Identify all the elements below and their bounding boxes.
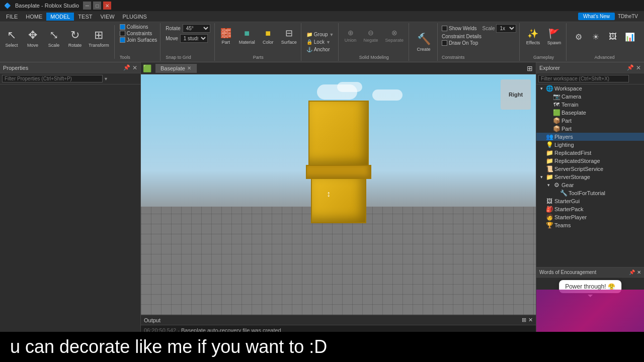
tree-item-part2[interactable]: 📦 Part bbox=[536, 125, 644, 133]
tree-arrow-gear[interactable]: ▾ bbox=[545, 183, 551, 188]
tree-item-workspace[interactable]: ▾ 🌐 Workspace bbox=[536, 84, 644, 93]
group-button[interactable]: 📁Group ▼ bbox=[304, 31, 336, 38]
minimize-button[interactable]: ─ bbox=[83, 2, 91, 10]
character-model bbox=[306, 101, 371, 223]
whats-new-button[interactable]: What's New bbox=[578, 13, 615, 20]
tree-item-lighting[interactable]: 💡 Lighting bbox=[536, 141, 644, 149]
tree-item-startergui[interactable]: 🖼 StarterGui bbox=[536, 197, 644, 205]
transform-button[interactable]: ⊞ Transform bbox=[86, 23, 112, 53]
show-welds-row: Show Welds Scale 1x2x bbox=[442, 24, 516, 33]
tree-item-toolfortutorial[interactable]: 🔧 ToolForTutorial bbox=[536, 189, 644, 197]
lock-button[interactable]: 🔒Lock ▼ bbox=[304, 39, 336, 45]
negate-button[interactable]: ⊖ Negate bbox=[361, 24, 381, 47]
part-button[interactable]: 🧱 Part bbox=[217, 24, 235, 48]
tree-label-starterplayer: StarterPlayer bbox=[554, 214, 587, 220]
enc-close-icon[interactable]: ✕ bbox=[637, 269, 641, 275]
show-welds-checkbox[interactable] bbox=[442, 26, 447, 31]
anchor-button[interactable]: ⚓Anchor bbox=[304, 46, 336, 53]
tree-icon-serverstorage: 📁 bbox=[545, 173, 553, 180]
scale-select[interactable]: 1x2x bbox=[496, 24, 516, 33]
tree-item-starterpack[interactable]: 🎒 StarterPack bbox=[536, 205, 644, 213]
menu-model[interactable]: MODEL bbox=[46, 13, 74, 21]
collisions-checkbox[interactable] bbox=[120, 24, 125, 30]
tree-label-startergui: StarterGui bbox=[554, 198, 580, 204]
join-surfaces-label: Join Surfaces bbox=[127, 37, 157, 43]
viewport[interactable]: 🟩 Baseplate ✕ ⊞ ↕ bbox=[141, 62, 536, 350]
union-button[interactable]: ⊕ Union bbox=[342, 24, 360, 47]
tree-item-serverstorage[interactable]: ▾ 📁 ServerStorage bbox=[536, 173, 644, 181]
tree-item-terrain[interactable]: 🗺 Terrain bbox=[536, 101, 644, 109]
draw-on-top-checkbox[interactable] bbox=[442, 40, 447, 46]
tree-icon-players: 👥 bbox=[545, 133, 553, 140]
menu-test[interactable]: TEST bbox=[74, 13, 96, 21]
tree-item-players[interactable]: 👥 Players bbox=[536, 133, 644, 141]
tree-item-starterplayer[interactable]: 🧑 StarterPlayer bbox=[536, 213, 644, 221]
title-bar: 🔷 Baseplate - Roblox Studio ─ □ ✕ bbox=[0, 0, 644, 11]
separate-button[interactable]: ⊗ Separate bbox=[382, 24, 407, 47]
properties-pin-icon[interactable]: 📌 bbox=[123, 64, 130, 71]
tree-arrow-workspace[interactable]: ▾ bbox=[538, 86, 544, 91]
tab-baseplate[interactable]: Baseplate ✕ bbox=[155, 64, 197, 73]
rotate-button[interactable]: ↻ Rotate bbox=[64, 23, 86, 53]
tree-item-replicatedfirst[interactable]: 📁 ReplicatedFirst bbox=[536, 149, 644, 157]
tab-close-icon[interactable]: ✕ bbox=[187, 65, 191, 71]
create-button[interactable]: 🔨 Create bbox=[413, 27, 434, 57]
move-button[interactable]: ✥ Move bbox=[22, 23, 43, 53]
maximize-button[interactable]: □ bbox=[93, 2, 101, 10]
tree-item-teams[interactable]: 🏆 Teams bbox=[536, 221, 644, 229]
move-snap-select[interactable]: 1 studs0.5 studs bbox=[180, 34, 208, 43]
draw-on-top-label: Draw On Top bbox=[449, 40, 478, 46]
tree-label-camera: Camera bbox=[561, 94, 581, 100]
tree-icon-toolfortutorial: 🔧 bbox=[559, 190, 568, 197]
spawn-button[interactable]: 🚩 Spawn bbox=[544, 24, 564, 49]
tree-item-gear[interactable]: ▾ ⚙ Gear bbox=[536, 181, 644, 189]
explorer-pin-icon[interactable]: 📌 bbox=[627, 64, 634, 71]
cloud-2 bbox=[337, 82, 362, 92]
output-close-icon[interactable]: ✕ bbox=[528, 317, 533, 323]
menu-view[interactable]: VIEW bbox=[96, 13, 118, 21]
close-button[interactable]: ✕ bbox=[103, 2, 111, 10]
tree-icon-replicatedfirst: 📁 bbox=[545, 149, 553, 156]
constraints-checkbox[interactable] bbox=[120, 31, 125, 36]
effects-button[interactable]: ✨ Effects bbox=[523, 24, 543, 49]
tree-label-lighting: Lighting bbox=[554, 142, 574, 148]
tree-label-starterpack: StarterPack bbox=[554, 206, 583, 212]
join-surfaces-checkbox[interactable] bbox=[120, 37, 125, 43]
select-button[interactable]: ↖ Select bbox=[1, 23, 22, 53]
material-button[interactable]: ■ Material bbox=[236, 24, 258, 48]
menu-plugins[interactable]: PLUGINS bbox=[119, 13, 151, 21]
tree-item-camera[interactable]: 📷 Camera bbox=[536, 93, 644, 101]
properties-filter-input[interactable] bbox=[2, 75, 103, 82]
rotate-snap-select[interactable]: 45°90°15° bbox=[183, 24, 210, 33]
enc-pin-icon[interactable]: 📌 bbox=[629, 269, 635, 275]
explorer-close-button[interactable]: ✕ bbox=[636, 64, 641, 71]
advanced-btn-1[interactable]: ⚙ bbox=[571, 24, 587, 49]
tree-item-serverscriptservice[interactable]: 📜 ServerScriptService bbox=[536, 165, 644, 173]
advanced-btn-3[interactable]: 🖼 bbox=[605, 24, 621, 49]
tree-item-baseplate[interactable]: 🟩 Baseplate bbox=[536, 109, 644, 117]
menu-file[interactable]: FILE bbox=[2, 13, 22, 21]
explorer-filter-input[interactable] bbox=[538, 75, 629, 82]
tree-item-part1[interactable]: 📦 Part bbox=[536, 117, 644, 125]
view-cube[interactable]: Right bbox=[501, 79, 531, 110]
viewport-expand-icon[interactable]: ⊞ bbox=[527, 64, 533, 72]
menu-home[interactable]: HOME bbox=[22, 13, 46, 21]
properties-filter-icon: ▼ bbox=[104, 76, 108, 81]
properties-close-button[interactable]: ✕ bbox=[132, 64, 137, 71]
join-surfaces-checkbox-row: Join Surfaces bbox=[120, 37, 157, 43]
char-collar bbox=[306, 165, 371, 179]
tree-arrow-serverstorage[interactable]: ▾ bbox=[538, 174, 544, 179]
advanced-btn-4[interactable]: 📊 bbox=[622, 24, 638, 49]
tab-baseplate-label: Baseplate bbox=[160, 65, 185, 71]
color-button[interactable]: ■ Color bbox=[259, 24, 277, 48]
properties-panel: Properties 📌 ✕ ▼ bbox=[0, 62, 141, 350]
output-float-icon[interactable]: ⊞ bbox=[522, 317, 526, 323]
3d-viewport[interactable]: ↕ Right bbox=[141, 74, 536, 315]
tree-icon-gear: ⚙ bbox=[552, 182, 560, 189]
tree-label-serverscriptservice: ServerScriptService bbox=[554, 166, 603, 172]
surface-button[interactable]: ⊟ Surface bbox=[278, 24, 300, 48]
scale-button[interactable]: ⤡ Scale bbox=[43, 23, 64, 53]
user-button[interactable]: TDtheTV bbox=[618, 14, 638, 19]
advanced-btn-2[interactable]: ☀ bbox=[588, 24, 604, 49]
tree-item-replicatedstorage[interactable]: 📁 ReplicatedStorage bbox=[536, 157, 644, 165]
